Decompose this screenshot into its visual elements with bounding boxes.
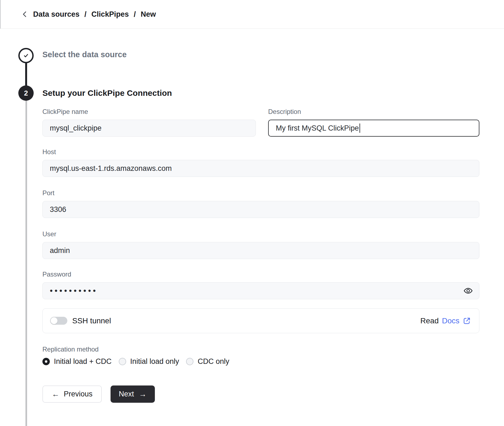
ssh-tunnel-toggle[interactable] (50, 317, 67, 325)
ssh-tunnel-panel: SSH tunnel Read Docs (42, 308, 479, 333)
reveal-password-button[interactable] (464, 286, 473, 295)
arrow-left-icon: ← (52, 390, 59, 398)
step-2-number: 2 (24, 89, 28, 97)
host-label: Host (42, 148, 479, 156)
description-input[interactable]: My first MySQL ClickPipe (268, 120, 479, 137)
port-value: 3306 (50, 205, 66, 214)
password-masked-value: •••••••••• (50, 286, 98, 295)
stepper-connector-complete (25, 62, 27, 87)
user-field: User admin (42, 230, 479, 259)
step-1-title: Select the data source (42, 29, 479, 59)
host-input[interactable]: mysql.us-east-1.rds.amazonaws.com (42, 160, 479, 177)
radio-initial-load-cdc[interactable]: Initial load + CDC (42, 357, 112, 366)
breadcrumb-separator: / (85, 10, 87, 19)
wizard-body: 2 Select the data source Setup your Clic… (0, 29, 504, 426)
radio-label: Initial load only (130, 357, 179, 366)
replication-method-label: Replication method (42, 345, 479, 353)
password-input[interactable]: •••••••••• (42, 282, 479, 299)
step-1-indicator (18, 48, 34, 63)
host-value: mysql.us-east-1.rds.amazonaws.com (50, 164, 172, 173)
radio-unselected-icon (186, 358, 193, 365)
description-field: Description My first MySQL ClickPipe (268, 108, 479, 137)
description-value: My first MySQL ClickPipe (276, 124, 359, 133)
radio-cdc-only[interactable]: CDC only (186, 357, 229, 366)
port-field: Port 3306 (42, 189, 479, 218)
password-field: Password •••••••••• (42, 270, 479, 299)
text-cursor (360, 123, 360, 133)
host-field: Host mysql.us-east-1.rds.amazonaws.com (42, 148, 479, 177)
user-value: admin (50, 246, 70, 255)
previous-button-label: Previous (64, 390, 92, 398)
radio-label: Initial load + CDC (54, 357, 112, 366)
clickpipe-name-input[interactable]: mysql_clickpipe (42, 120, 256, 137)
next-button[interactable]: Next → (111, 385, 155, 403)
breadcrumb-item-new: New (141, 10, 156, 19)
stepper-connector-pending (25, 99, 27, 426)
replication-options: Initial load + CDC Initial load only CDC… (42, 357, 479, 366)
description-label: Description (268, 108, 479, 116)
docs-link[interactable]: Docs (442, 316, 471, 325)
radio-selected-icon (42, 358, 50, 365)
eye-icon (464, 286, 473, 295)
radio-label: CDC only (198, 357, 229, 366)
port-input[interactable]: 3306 (42, 201, 479, 218)
clickpipe-name-label: ClickPipe name (42, 108, 256, 116)
radio-initial-load-only[interactable]: Initial load only (119, 357, 179, 366)
replication-method-field: Replication method (42, 345, 479, 353)
read-text: Read (420, 316, 439, 325)
password-label: Password (42, 270, 479, 278)
clickpipe-name-field: ClickPipe name mysql_clickpipe (42, 108, 256, 137)
check-icon (22, 52, 30, 59)
port-label: Port (42, 189, 479, 197)
breadcrumb-item-data-sources[interactable]: Data sources (33, 10, 80, 19)
external-link-icon (463, 317, 471, 325)
breadcrumb-bar: Data sources / ClickPipes / New (0, 0, 504, 29)
toggle-knob (51, 317, 57, 324)
breadcrumb-item-clickpipes[interactable]: ClickPipes (91, 10, 129, 19)
ssh-tunnel-label: SSH tunnel (72, 316, 111, 325)
chevron-left-icon (21, 10, 29, 18)
breadcrumb-separator: / (134, 10, 136, 19)
breadcrumb: Data sources / ClickPipes / New (33, 10, 156, 19)
clickpipe-name-value: mysql_clickpipe (50, 124, 102, 133)
radio-unselected-icon (119, 358, 126, 365)
user-label: User (42, 230, 479, 238)
back-button[interactable] (20, 9, 30, 19)
arrow-right-icon: → (139, 390, 147, 398)
previous-button[interactable]: ← Previous (42, 385, 102, 403)
docs-link-label: Docs (442, 316, 459, 325)
step-2-title: Setup your ClickPipe Connection (42, 88, 479, 98)
next-button-label: Next (119, 390, 134, 398)
step-2-indicator: 2 (18, 85, 34, 101)
user-input[interactable]: admin (42, 242, 479, 259)
